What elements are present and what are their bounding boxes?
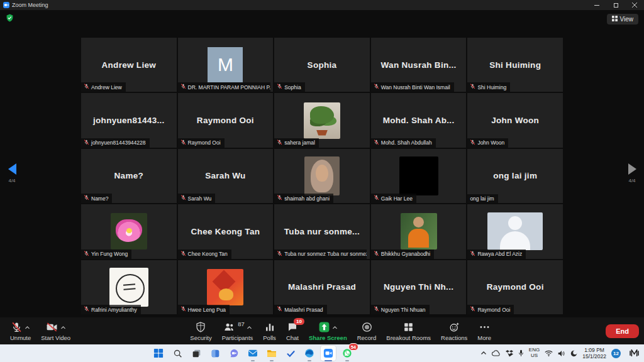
- participant-tile[interactable]: Chee Keong TanChee Keong Tan: [178, 204, 274, 258]
- muted-mic-icon: [180, 140, 186, 146]
- windows-taskbar: 54 ENG US 1:09 PM 15/1/2022 12: [0, 344, 644, 362]
- screen: { "window": { "title": "Zoom Meeting" },…: [0, 0, 644, 362]
- cloud-icon[interactable]: [492, 350, 501, 356]
- edge-taskbar-icon[interactable]: [302, 346, 317, 361]
- participant-label-text: Rafrini Amyulianthy: [91, 307, 137, 313]
- chevron-up-icon[interactable]: [332, 321, 338, 332]
- participant-display-name: Malashri Prasad: [288, 282, 356, 292]
- participant-label-text: Mohd. Shah Abdullah: [381, 140, 432, 146]
- participant-tile[interactable]: shaimah abd ghani: [274, 149, 370, 203]
- muted-mic-icon: [180, 251, 186, 258]
- reactions-button[interactable]: Reactions: [436, 319, 472, 343]
- breakout-rooms-button[interactable]: Breakout Rooms: [381, 319, 436, 343]
- polls-button[interactable]: Polls: [258, 319, 281, 343]
- search-taskbar-icon[interactable]: [170, 346, 185, 361]
- participant-tile[interactable]: Rawya Abd El Aziz: [467, 204, 563, 258]
- security-button[interactable]: Security: [185, 319, 216, 343]
- prev-page-button[interactable]: 4/4: [1, 163, 23, 184]
- end-button[interactable]: End: [606, 324, 639, 338]
- participant-label-text: Malashri Prasad: [284, 307, 323, 313]
- participant-label-text: ong lai jim: [470, 195, 494, 202]
- breakout-rooms-icon: [402, 321, 414, 333]
- m-logo-icon[interactable]: [630, 349, 639, 357]
- whatsapp-taskbar-icon[interactable]: 54: [340, 346, 355, 361]
- chevron-up-icon[interactable]: [247, 321, 252, 332]
- night-light-icon[interactable]: [570, 350, 577, 357]
- chat-button[interactable]: 10Chat: [281, 319, 304, 343]
- participant-tile[interactable]: MDR. MARTIN PARAM PONNIAH P...: [178, 38, 274, 92]
- chevron-up-icon[interactable]: [25, 321, 30, 332]
- unmute-label: Unmute: [10, 334, 31, 341]
- participant-tile[interactable]: Andrew LiewAndrew Liew: [81, 38, 177, 92]
- chevron-up-icon[interactable]: [60, 321, 66, 332]
- participant-tile[interactable]: Raymond OoiRaymond Ooi: [467, 260, 563, 314]
- taskbar-apps: 54: [151, 346, 355, 361]
- participant-tile[interactable]: John WoonJohn Woon: [467, 93, 563, 147]
- participant-name-label: Wan Nusrah Binti Wan Ismail: [371, 82, 454, 92]
- participant-label-text: sahera jamal: [284, 140, 315, 146]
- participant-name-label: sahera jamal: [274, 138, 319, 148]
- participant-tile[interactable]: Raymond OoiRaymond Ooi: [178, 93, 274, 147]
- next-page-button[interactable]: 4/4: [621, 163, 643, 184]
- start-taskbar-icon[interactable]: [151, 346, 166, 361]
- record-button[interactable]: Record: [352, 319, 382, 343]
- participant-tile[interactable]: SophiaSophia: [274, 38, 370, 92]
- chat-label: Chat: [286, 334, 299, 341]
- language-indicator[interactable]: ENG US: [529, 348, 540, 359]
- share-screen-button[interactable]: Share Screen: [304, 319, 352, 343]
- wifi-icon[interactable]: [545, 350, 553, 356]
- participant-tile[interactable]: Malashri PrasadMalashri Prasad: [274, 260, 370, 314]
- participant-name-label: ong lai jim: [467, 194, 497, 203]
- muted-mic-icon: [84, 306, 89, 313]
- participant-display-name: Sophia: [308, 60, 337, 70]
- notification-count-badge[interactable]: 12: [611, 349, 621, 358]
- todo-taskbar-icon[interactable]: [283, 346, 298, 361]
- view-button[interactable]: View: [607, 14, 639, 25]
- participants-button[interactable]: 87Participants: [217, 319, 258, 343]
- participant-tile[interactable]: Gaik Har Lee: [371, 149, 467, 203]
- widgets-taskbar-icon[interactable]: [208, 346, 223, 361]
- prev-arrow-icon: [8, 163, 16, 175]
- more-button[interactable]: More: [472, 319, 496, 343]
- record-label: Record: [357, 334, 377, 341]
- file-explorer-taskbar-icon[interactable]: [264, 346, 279, 361]
- teams-chat-taskbar-icon[interactable]: [226, 346, 242, 361]
- zoom-taskbar-icon[interactable]: [321, 346, 336, 361]
- unmute-button[interactable]: Unmute: [5, 319, 36, 343]
- participant-tile[interactable]: Sarah WuSarah Wu: [178, 149, 274, 203]
- participant-avatar-photo-bonsai: [304, 102, 340, 139]
- minimize-button[interactable]: [587, 0, 606, 10]
- participant-display-name: Raymond Ooi: [197, 116, 254, 125]
- participant-tile[interactable]: Hwee Leng Pua: [178, 260, 274, 314]
- participant-tile[interactable]: Name?Name?: [81, 149, 177, 203]
- participant-tile[interactable]: Tuba nur sonme...Tuba nur sonmez Tuba nu…: [274, 204, 370, 258]
- dropbox-icon[interactable]: [506, 350, 513, 357]
- volume-icon[interactable]: [558, 350, 565, 357]
- tray-chevron-icon[interactable]: [480, 351, 487, 356]
- participant-tile[interactable]: Nguyen Thi Nh...Nguyen Thi Nhuan: [371, 260, 467, 314]
- task-view-taskbar-icon[interactable]: [189, 346, 204, 361]
- participant-tile[interactable]: Bhikkhu Gyanabodhi: [371, 204, 467, 258]
- participant-label-text: Nguyen Thi Nhuan: [381, 307, 426, 313]
- microphone-tray-icon[interactable]: [518, 349, 524, 357]
- zoom-meeting-window: Zoom Meeting View Andrew LiewAndrew Liew…: [0, 0, 644, 344]
- close-button[interactable]: [625, 0, 644, 10]
- participant-label-text: Rawya Abd El Aziz: [477, 251, 522, 257]
- participant-tile[interactable]: Wan Nusrah Bin...Wan Nusrah Binti Wan Is…: [371, 38, 467, 92]
- participant-tile[interactable]: johnyuen81443...johnyuen81443944228: [81, 93, 177, 147]
- participant-tile[interactable]: Mohd. Shah Ab...Mohd. Shah Abdullah: [371, 93, 467, 147]
- participant-tile[interactable]: Rafrini Amyulianthy: [81, 260, 177, 314]
- participant-tile[interactable]: sahera jamal: [274, 93, 370, 147]
- participant-tile[interactable]: Shi HuimingShi Huiming: [467, 38, 563, 92]
- mail-taskbar-icon[interactable]: [245, 346, 260, 361]
- participant-tile[interactable]: ong lai jimong lai jim: [467, 149, 563, 203]
- participant-tile[interactable]: Yin Fung Wong: [81, 204, 177, 258]
- window-title: Zoom Meeting: [12, 2, 48, 8]
- start-video-button[interactable]: Start Video: [36, 319, 75, 343]
- maximize-button[interactable]: [606, 0, 625, 10]
- participant-label-text: Raymond Ooi: [188, 140, 221, 146]
- encryption-shield-icon[interactable]: [6, 13, 14, 25]
- start-video-label: Start Video: [41, 334, 70, 341]
- participant-display-name: Tuba nur sonme...: [284, 227, 360, 236]
- clock[interactable]: 1:09 PM 15/1/2022: [582, 347, 606, 359]
